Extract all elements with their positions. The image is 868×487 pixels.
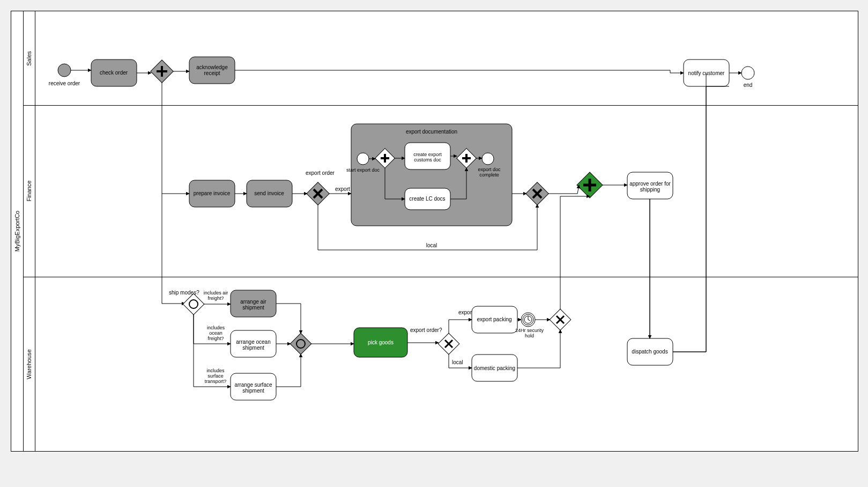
timer-event-security-hold [521,313,535,327]
svg-text:prepare invoice: prepare invoice [194,190,231,196]
flow-ack-to-notify [235,70,684,73]
end-event [741,67,754,79]
svg-text:dispatch goods: dispatch goods [632,349,667,355]
svg-text:export: export [335,186,350,192]
pool-label: MyBigExportCo [11,11,24,451]
lane-finance-label: Finance [23,105,35,277]
task-check-order-label: check order [100,70,128,76]
svg-text:local: local [452,359,463,365]
gateway-exclusive-merge-warehouse [550,309,571,330]
start-event-label: receive order [49,80,80,86]
svg-text:end: end [744,82,753,88]
svg-text:ship modes?: ship modes? [169,290,199,296]
gateway-parallel-split-sales [151,60,173,83]
bpmn-diagram: MyBigExportCo Sales Finance Warehouse [11,11,858,452]
svg-text:export documentation: export documentation [406,129,457,135]
svg-rect-26 [290,333,311,355]
svg-text:pick goods: pick goods [368,340,394,345]
task-ack-receipt-label-wrap: acknowledge receipt [189,57,235,84]
gateway-exclusive-export-order [307,182,329,205]
bpmn-svg: receive order check order acknowledge re… [35,11,858,451]
svg-text:export order: export order [306,170,335,176]
svg-text:local: local [426,242,437,248]
gateway-inclusive-merge-warehouse [290,333,311,355]
svg-text:export packing: export packing [477,316,511,322]
svg-text:start export doc: start export doc [346,167,380,173]
start-event-receive-order [58,64,71,77]
gateway-exclusive-merge-finance [526,182,548,205]
gateway-exclusive-export-order-warehouse [438,333,459,355]
svg-text:create LC docs: create LC docs [409,196,445,202]
svg-text:export order?: export order? [410,327,442,333]
svg-text:send invoice: send invoice [254,190,284,196]
lane-warehouse-label: Warehouse [23,277,35,451]
page-root: MyBigExportCo Sales Finance Warehouse [0,0,868,487]
pool-name: MyBigExportCo [14,211,20,252]
start-event-export-doc [357,153,369,165]
gateway-parallel-join-green [577,172,603,198]
flow [162,82,189,194]
end-event-export-doc [482,153,494,165]
svg-text:export: export [458,309,473,315]
lane-sales-label: Sales [23,11,35,105]
